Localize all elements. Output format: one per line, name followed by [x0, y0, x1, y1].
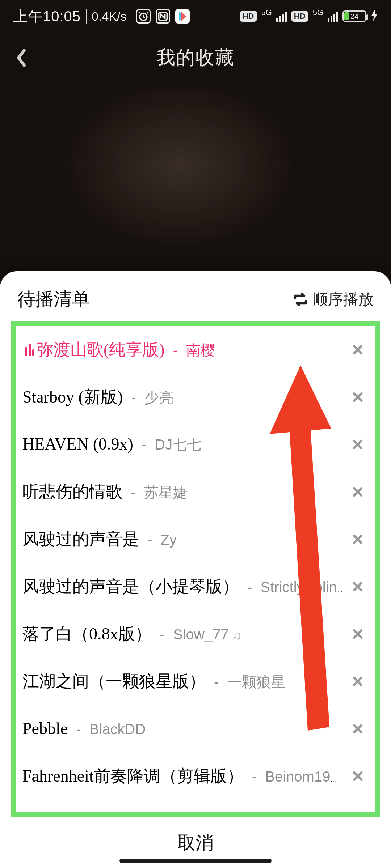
- separator: -: [156, 626, 169, 642]
- cancel-button[interactable]: 取消: [177, 831, 214, 855]
- music-note-icon: ♫: [232, 628, 241, 642]
- close-icon: [352, 392, 363, 403]
- list-item[interactable]: 风驶过的声音是（小提琴版） - Strictlyviolin荀博…: [16, 563, 375, 610]
- nav-header: 我的收藏: [0, 33, 391, 83]
- list-item[interactable]: HEAVEN (0.9x) - DJ七七: [16, 421, 375, 468]
- list-item[interactable]: 落了白（0.8x版） - Slow_77♫: [16, 610, 375, 658]
- home-indicator: [119, 859, 272, 863]
- list-item-text: HEAVEN (0.9x) - DJ七七: [22, 434, 343, 455]
- separator: -: [138, 437, 151, 452]
- list-item[interactable]: Pebble - BlackDD: [16, 705, 375, 752]
- song-artist: 南樱: [186, 342, 215, 358]
- song-title: Starboy (新版): [22, 388, 123, 406]
- battery-percent: 24: [344, 12, 365, 21]
- remove-button[interactable]: [348, 624, 368, 644]
- song-title: 江湖之间（一颗狼星版）: [22, 672, 206, 690]
- play-mode-button[interactable]: 顺序播放: [293, 289, 374, 310]
- song-artist: 一颗狼星: [227, 674, 285, 690]
- list-item[interactable]: 江湖之间（一颗狼星版） - 一颗狼星: [16, 658, 375, 705]
- separator: -: [127, 390, 140, 405]
- remove-button[interactable]: [348, 434, 368, 455]
- separator: -: [248, 769, 261, 784]
- list-item-text: 风驶过的声音是 - Zy: [22, 528, 343, 550]
- song-artist: Strictlyviolin荀博…: [261, 579, 343, 595]
- song-title: Fahrenheit前奏降调（剪辑版）: [22, 767, 244, 785]
- separator: -: [72, 721, 85, 737]
- list-item[interactable]: Starboy (新版) - 少亮: [16, 373, 375, 421]
- playlist[interactable]: 弥渡山歌(纯享版) - 南樱Starboy (新版) - 少亮HEAVEN (0…: [16, 326, 375, 812]
- playlist-highlight-box: 弥渡山歌(纯享版) - 南樱Starboy (新版) - 少亮HEAVEN (0…: [11, 321, 380, 817]
- status-bar: 上午10:05 0.4K/s HD 5G HD 5G 24: [0, 0, 391, 33]
- remove-button[interactable]: [348, 671, 368, 692]
- song-title: 风驶过的声音是（小提琴版）: [22, 577, 239, 596]
- network-label-2: 5G: [313, 8, 323, 17]
- back-button[interactable]: [9, 45, 34, 71]
- list-item-text: Pebble - BlackDD: [22, 719, 343, 738]
- remove-button[interactable]: [348, 482, 368, 502]
- list-item-text: Starboy (新版) - 少亮: [22, 386, 343, 408]
- song-artist: Zy: [161, 532, 177, 548]
- list-item-text: 风驶过的声音是（小提琴版） - Strictlyviolin荀博…: [22, 575, 343, 598]
- remove-button[interactable]: [348, 387, 368, 407]
- close-icon: [352, 771, 363, 782]
- list-item-text: 江湖之间（一颗狼星版） - 一颗狼星: [22, 670, 343, 693]
- charging-icon: [371, 9, 378, 24]
- song-artist: Beinom1997&Mu…: [265, 769, 343, 784]
- remove-button[interactable]: [348, 529, 368, 549]
- status-clock: 上午10:05: [13, 7, 81, 26]
- separator: -: [210, 674, 223, 690]
- alarm-icon: [136, 9, 151, 24]
- remove-button[interactable]: [348, 766, 368, 786]
- close-icon: [352, 676, 363, 687]
- song-artist: Slow_77: [173, 626, 228, 642]
- play-mode-label: 顺序播放: [313, 289, 374, 310]
- network-label-1: 5G: [261, 8, 272, 17]
- now-playing-icon: [22, 344, 37, 356]
- separator: -: [127, 484, 140, 500]
- list-item[interactable]: 听悲伤的情歌 - 苏星婕: [16, 468, 375, 515]
- list-item-text: Fahrenheit前奏降调（剪辑版） - Beinom1997&Mu…: [22, 765, 343, 787]
- status-net-speed: 0.4K/s: [92, 9, 126, 24]
- status-separator: [86, 9, 87, 24]
- close-icon: [352, 723, 363, 734]
- song-artist: BlackDD: [89, 721, 146, 737]
- separator: -: [243, 579, 256, 595]
- nfc-icon: [156, 9, 170, 24]
- list-item[interactable]: Fahrenheit前奏降调（剪辑版） - Beinom1997&Mu…: [16, 752, 375, 800]
- chevron-left-icon: [16, 48, 27, 67]
- signal-icon-1: [276, 11, 287, 22]
- list-item[interactable]: 风驶过的声音是 - Zy: [16, 515, 375, 563]
- song-title: Pebble: [22, 719, 68, 738]
- song-title: 听悲伤的情歌: [22, 482, 122, 501]
- song-title: 落了白（0.8x版）: [22, 625, 152, 643]
- sheet-title: 待播清单: [17, 287, 90, 311]
- list-item[interactable]: 弥渡山歌(纯享版) - 南樱: [16, 326, 375, 373]
- page-title: 我的收藏: [156, 45, 235, 71]
- remove-button[interactable]: [348, 576, 368, 597]
- playlist-sheet: 待播清单 顺序播放 弥渡山歌(纯享版) - 南樱Starboy (新版) - 少…: [0, 271, 391, 868]
- separator: -: [169, 342, 182, 358]
- list-item-text: 听悲伤的情歌 - 苏星婕: [22, 481, 343, 503]
- list-item-text: 落了白（0.8x版） - Slow_77♫: [22, 623, 343, 645]
- close-icon: [352, 629, 363, 639]
- close-icon: [352, 581, 363, 592]
- battery-icon: 24: [342, 10, 366, 22]
- loop-icon: [293, 292, 308, 307]
- close-icon: [352, 439, 363, 450]
- close-icon: [352, 534, 363, 545]
- remove-button[interactable]: [348, 719, 368, 739]
- song-title: HEAVEN (0.9x): [22, 435, 133, 453]
- song-title: 弥渡山歌(纯享版): [37, 340, 165, 359]
- signal-icon-2: [328, 11, 338, 22]
- separator: -: [143, 532, 156, 548]
- close-icon: [352, 486, 363, 497]
- close-icon: [352, 344, 363, 355]
- song-artist: DJ七七: [155, 437, 201, 452]
- remove-button[interactable]: [348, 340, 368, 360]
- hd-badge-2: HD: [291, 11, 308, 22]
- song-title: 风驶过的声音是: [22, 530, 139, 548]
- hd-badge-1: HD: [240, 11, 257, 22]
- list-item-text: 弥渡山歌(纯享版) - 南樱: [37, 339, 343, 361]
- song-artist: 少亮: [144, 390, 173, 405]
- app-icon: [175, 9, 190, 24]
